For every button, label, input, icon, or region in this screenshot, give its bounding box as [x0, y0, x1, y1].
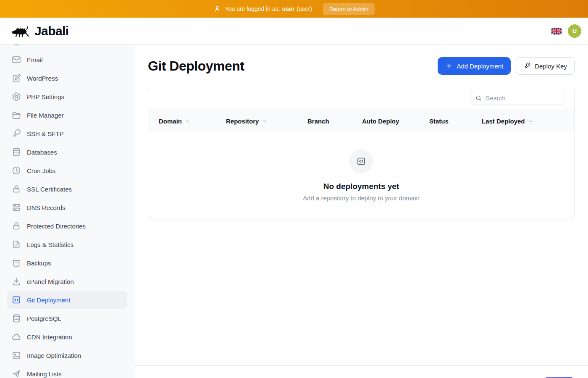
archive-icon — [11, 258, 21, 268]
sidebar-item-label: Backups — [27, 260, 51, 267]
circle-icon — [11, 45, 21, 46]
code-icon — [11, 295, 21, 305]
sidebar-item-label: cPanel Migration — [27, 278, 74, 285]
sidebar-item-ssl-certificates[interactable]: SSL Certificates — [7, 180, 127, 198]
user-icon — [213, 5, 221, 13]
footer: Jabali Panel GitHub · © 2026 Jabali v2.0… — [134, 365, 588, 378]
boar-logo-icon — [11, 24, 30, 38]
search-box — [470, 91, 564, 105]
sidebar-item-label: SSL Certificates — [27, 186, 72, 193]
database-icon — [11, 313, 21, 323]
key-icon — [11, 129, 21, 139]
sidebar-item-protected-directories[interactable]: Protected Directories — [7, 217, 127, 235]
document-icon — [11, 239, 21, 249]
column-header-label: Status — [429, 118, 449, 125]
sidebar-item-databases[interactable]: Databases — [7, 143, 127, 161]
mail-icon — [11, 55, 21, 65]
login-status-prefix: You are logged in as: — [225, 5, 280, 12]
sidebar-item-git-deployment[interactable]: Git Deployment — [7, 291, 127, 309]
sidebar-item-label: CDN Integration — [27, 333, 72, 341]
sidebar-nav: Email WordPress PHP Settings File Manage… — [0, 45, 134, 378]
app-header: Jabali U — [0, 18, 588, 45]
brand-name: Jabali — [34, 24, 68, 38]
sidebar-item-cron-jobs[interactable]: Cron Jobs — [7, 161, 127, 180]
database-icon — [11, 147, 21, 157]
column-header-auto-deploy: Auto Deploy — [362, 118, 429, 125]
gear-icon — [11, 92, 21, 102]
column-header-branch: Branch — [307, 118, 362, 125]
avatar[interactable]: U — [568, 24, 581, 38]
column-header-label: Branch — [307, 118, 329, 125]
login-username: user — [282, 5, 295, 12]
chevron-down-icon — [261, 118, 268, 124]
search-icon — [475, 94, 482, 102]
sidebar-item-label: Git Deployment — [27, 297, 70, 304]
return-to-admin-button[interactable]: Return to Admin — [323, 3, 375, 15]
code-icon — [356, 156, 366, 166]
column-header-last-deployed[interactable]: Last Deployed — [482, 118, 564, 125]
sidebar-item-label: PostgreSQL — [27, 315, 61, 322]
search-input[interactable] — [486, 94, 559, 102]
page-title: Git Deployment — [148, 58, 244, 74]
sidebar-item-label: Cron Jobs — [27, 167, 55, 174]
sidebar-item-label: Image Optimization — [27, 352, 81, 359]
column-header-status: Status — [429, 118, 482, 125]
column-header-repository[interactable]: Repository — [226, 118, 307, 125]
sidebar-item-label: Mailing Lists — [27, 370, 62, 378]
chevron-down-icon — [184, 118, 191, 124]
lock-icon — [11, 221, 21, 231]
sidebar-item-label: PHP Settings — [27, 93, 64, 100]
clock-icon — [11, 165, 21, 176]
deploy-key-button[interactable]: Deploy Key — [516, 57, 575, 75]
empty-state-title: No deployments yet — [323, 182, 399, 191]
lock-icon — [11, 184, 21, 194]
column-header-label: Auto Deploy — [362, 118, 399, 125]
key-icon — [523, 62, 531, 70]
sidebar-item-php-settings[interactable]: PHP Settings — [7, 87, 127, 106]
sidebar-item-label: Databases — [27, 149, 57, 156]
login-role: (user) — [297, 5, 312, 12]
plus-icon — [445, 62, 453, 70]
admin-topbar: You are logged in as: user (user) Return… — [0, 0, 588, 18]
folder-icon — [11, 110, 21, 120]
login-status-message: You are logged in as: user (user) — [213, 5, 312, 13]
chevron-down-icon — [528, 118, 534, 124]
sidebar-item-label: Logs & Statistics — [27, 241, 74, 248]
table-header-row: Domain Repository Branch Auto Deploy Sta… — [148, 110, 574, 132]
sidebar-item-file-manager[interactable]: File Manager — [7, 106, 127, 124]
sidebar-item-image-optimization[interactable]: Image Optimization — [7, 346, 127, 365]
sidebar-item-wordpress[interactable]: WordPress — [7, 69, 127, 87]
empty-state: No deployments yet Add a repository to d… — [148, 132, 574, 219]
sidebar-item-mailing-lists[interactable]: Mailing Lists — [7, 365, 127, 378]
sidebar-item-label: File Manager — [27, 112, 64, 119]
sidebar-item-ssh-sftp[interactable]: SSH & SFTP — [7, 124, 127, 143]
sidebar-item-hidden[interactable] — [7, 45, 127, 50]
empty-state-subtitle: Add a repository to deploy to your domai… — [303, 194, 420, 202]
sidebar-item-label: Protected Directories — [27, 223, 86, 230]
empty-state-circle — [349, 150, 373, 173]
column-header-label: Domain — [159, 118, 182, 125]
send-icon — [11, 369, 21, 378]
cloud-icon — [11, 332, 21, 342]
sidebar-item-dns-records[interactable]: DNS Records — [7, 198, 127, 217]
image-icon — [11, 350, 21, 360]
uk-flag-icon[interactable] — [551, 28, 562, 34]
sidebar-item-cpanel-migration[interactable]: cPanel Migration — [7, 272, 127, 291]
server-icon — [11, 202, 21, 213]
edit-icon — [11, 73, 21, 83]
sidebar-item-postgresql[interactable]: PostgreSQL — [7, 309, 127, 328]
sidebar-item-label: WordPress — [27, 75, 58, 82]
download-icon — [11, 276, 21, 286]
column-header-label: Last Deployed — [482, 118, 525, 125]
add-deployment-button[interactable]: Add Deployment — [438, 57, 511, 75]
main-content: Git Deployment Add Deployment Deploy Key — [134, 45, 588, 378]
sidebar-item-label: DNS Records — [27, 204, 66, 211]
version-badge: v2.0-rc42 — [543, 377, 575, 378]
deployments-card: Domain Repository Branch Auto Deploy Sta… — [148, 86, 575, 219]
sidebar-item-backups[interactable]: Backups — [7, 254, 127, 272]
sidebar-item-email[interactable]: Email — [7, 50, 127, 69]
column-header-domain[interactable]: Domain — [159, 118, 226, 125]
sidebar-item-cdn-integration[interactable]: CDN Integration — [7, 328, 127, 346]
sidebar-item-logs-statistics[interactable]: Logs & Statistics — [7, 235, 127, 254]
sidebar: Email WordPress PHP Settings File Manage… — [0, 45, 134, 378]
